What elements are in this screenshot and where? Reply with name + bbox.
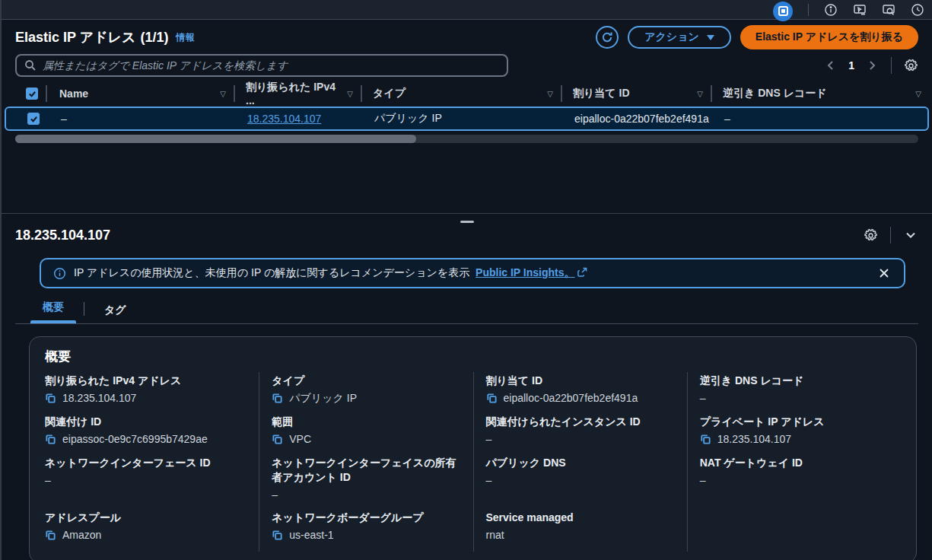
field-associated-instance-id: 関連付けられたインスタンス ID – [486,415,676,456]
table-header-row: Name ▽ 割り振られた IPv4 ... ▽ タイプ ▽ 割り当て ID ▽… [5,82,929,105]
info-icon [53,267,66,280]
column-header-name[interactable]: Name ▽ [47,85,235,102]
chevron-down-icon [905,229,917,241]
field-label: 関連付け ID [45,415,248,429]
search-input[interactable] [43,59,499,72]
field-association-id: 関連付け ID eipassoc-0e9c7c6995b7429ae [45,415,248,456]
gear-icon [904,59,918,73]
copy-icon [700,434,711,445]
public-ip-insights-banner: IP アドレスの使用状況と、未使用の IP の解放に関するレコメンデーションを表… [40,258,905,288]
details-title: 18.235.104.107 [15,228,110,243]
sort-icon[interactable]: ▽ [915,90,921,98]
column-label: 割り当て ID [573,87,630,100]
field-label: ネットワークインターフェイスの所有者アカウント ID [272,456,462,485]
copy-button[interactable] [45,530,56,541]
elastic-ip-list-panel: Elastic IP アドレス (1/1) 情報 アクション Elastic I… [2,20,932,213]
tab-divider [84,302,84,316]
field-network-interface-id: ネットワークインターフェース ID – [45,456,248,511]
elastic-ip-table: Name ▽ 割り振られた IPv4 ... ▽ タイプ ▽ 割り当て ID ▽… [5,82,929,143]
overview-column-4: 逆引き DNS レコード – プライベート IP アドレス 18.235.104… [687,372,901,552]
external-link-icon [577,267,587,277]
field-value: – [700,473,706,488]
overview-card-title: 概要 [45,348,901,364]
next-page-button[interactable] [865,59,879,72]
overview-column-3: 割り当て ID eipalloc-0a22b07feb2ef491a 関連付けら… [473,372,687,552]
row-checkbox[interactable] [27,113,40,125]
column-header-ipv4[interactable]: 割り振られた IPv4 ... ▽ [235,85,362,102]
table-toolbar: 1 [15,53,918,78]
info-link[interactable]: 情報 [176,31,194,44]
copy-button[interactable] [486,393,498,404]
field-label: ネットワークボーダーグループ [272,511,462,525]
copy-button[interactable] [700,434,711,445]
header-actions: アクション Elastic IP アドレスを割り振る [596,25,918,49]
details-settings-button[interactable] [864,228,878,243]
sort-icon[interactable]: ▽ [547,90,553,98]
field-label: 割り当て ID [486,374,676,388]
pagination-divider [891,57,892,74]
field-value: – [486,431,492,447]
copy-button[interactable] [272,393,283,404]
actions-button-label: アクション [644,30,699,44]
field-label: 関連付けられたインスタンス ID [486,415,676,429]
table-settings-button[interactable] [904,59,918,73]
allocate-elastic-ip-button[interactable]: Elastic IP アドレスを割り振る [740,25,918,49]
copy-icon [486,393,498,404]
details-header-actions [864,227,918,243]
select-all-cell [5,85,47,102]
panel-resize-handle[interactable] [460,221,474,223]
field-network-border-group: ネットワークボーダーグループ us-east-1 [272,511,462,552]
info-icon[interactable] [824,3,838,17]
field-scope: 範囲 VPC [272,415,462,456]
banner-message: IP アドレスの使用状況と、未使用の IP の解放に関するレコメンデーションを表… [74,266,587,280]
empty-table-space [15,143,918,213]
column-header-reverse-dns[interactable]: 逆引き DNS レコード ▽ [712,85,929,102]
chevron-left-icon [825,60,836,71]
column-header-allocation-id[interactable]: 割り当て ID ▽ [562,85,712,102]
field-reverse-dns-record: 逆引き DNS レコード – [700,374,890,415]
sort-icon[interactable]: ▽ [697,90,703,98]
close-banner-button[interactable] [876,266,892,281]
result-count: (1/1) [140,30,168,46]
copy-button[interactable] [45,393,56,404]
public-ip-insights-link[interactable]: Public IP Insights。 [476,266,574,278]
table-row[interactable]: – 18.235.104.107 パブリック IP eipalloc-0a22b… [5,107,929,131]
details-header-divider [890,227,891,243]
overview-card: 概要 割り振られた IPv4 アドレス 18.235.104.107 関連付け … [29,336,917,560]
gear-icon [864,228,878,243]
tab-tags[interactable]: タグ [89,304,142,323]
actions-button[interactable]: アクション [628,26,731,49]
copy-button[interactable] [272,530,283,541]
select-all-checkbox[interactable] [26,88,38,100]
sort-icon[interactable]: ▽ [347,90,353,98]
row-name: – [49,113,237,125]
field-label: 逆引き DNS レコード [700,374,890,388]
current-page[interactable]: 1 [845,59,857,72]
sort-icon[interactable]: ▽ [220,90,226,98]
remote-session-icon[interactable] [853,3,867,17]
copy-icon [45,530,56,541]
copy-button[interactable] [45,434,56,445]
field-label: パブリック DNS [486,456,676,470]
toolbar-divider [808,4,809,16]
screen-share-icon[interactable] [773,2,793,21]
banner-message-text: IP アドレスの使用状況と、未使用の IP の解放に関するレコメンデーションを表… [74,266,469,278]
overview-column-2: タイプ パブリック IP 範囲 VPC ネットワークインターフェイスの所有者アカ… [259,372,472,552]
column-label: Name [59,88,88,100]
column-header-type[interactable]: タイプ ▽ [362,85,562,102]
screen-inspect-icon[interactable] [882,3,895,17]
ipv4-address-link[interactable]: 18.235.104.107 [247,113,321,125]
tab-overview[interactable]: 概要 [27,301,79,323]
field-type: タイプ パブリック IP [272,374,462,415]
row-select-cell [6,113,49,125]
field-label: アドレスプール [45,511,248,525]
collapse-panel-button[interactable] [903,228,918,243]
scrollbar-thumb[interactable] [15,135,416,143]
details-tabs: 概要 タグ [15,301,918,324]
session-timer-icon[interactable] [911,3,924,17]
horizontal-scrollbar[interactable] [15,135,918,143]
copy-button[interactable] [272,434,283,445]
refresh-button[interactable] [596,26,619,49]
previous-page-button[interactable] [824,59,838,72]
field-label: 範囲 [272,415,462,429]
